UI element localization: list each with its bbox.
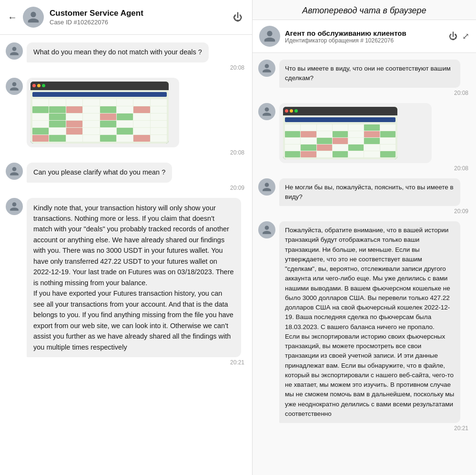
msg-content-long: Kindly note that, your transaction histo… — [27, 198, 246, 366]
right-message-row-1: Что вы имеете в виду, что они не соответ… — [258, 60, 470, 96]
left-header: ← Customer Service Agent Case ID #102622… — [0, 0, 252, 35]
right-msg-avatar-screenshot — [258, 103, 275, 120]
msg-time-long: 20:21 — [27, 359, 246, 366]
right-msg-avatar-4 — [258, 221, 275, 238]
right-msg-time-4: 20:21 — [279, 425, 470, 432]
avatar — [23, 7, 44, 28]
header-title: Customer Service Agent — [50, 9, 225, 18]
right-icons: ⏻ ⤢ — [449, 31, 469, 41]
left-panel: ← Customer Service Agent Case ID #102622… — [0, 0, 253, 475]
right-panel: Автоперевод чата в браузере Агент по обс… — [253, 0, 476, 475]
screenshot-image — [30, 82, 169, 144]
msg-avatar — [6, 163, 23, 180]
msg-time: 20:08 — [27, 64, 246, 71]
right-screenshot-content: 20:08 — [279, 103, 470, 172]
right-screenshot-bubble — [279, 103, 432, 163]
right-msg-time-1: 20:08 — [279, 90, 470, 96]
right-message-row-screenshot: 20:08 — [258, 103, 470, 172]
case-id: Case ID #102622076 — [50, 19, 225, 26]
msg-time-clarify: 20:09 — [27, 185, 246, 191]
right-top-bar: Автоперевод чата в браузере — [253, 0, 476, 20]
right-msg-bubble-4: Пожалуйста, обратите внимание, что в ваш… — [279, 221, 460, 423]
msg-bubble-long: Kindly note that, your transaction histo… — [27, 198, 241, 358]
message-row-screenshot: 20:08 — [6, 78, 246, 156]
right-power-button[interactable]: ⏻ — [449, 31, 457, 41]
right-msg-time-3: 20:09 — [279, 208, 470, 215]
msg-avatar — [6, 42, 23, 60]
right-expand-button[interactable]: ⤢ — [462, 31, 469, 41]
chat-body-left: What do you mean they do not match with … — [0, 35, 252, 475]
right-message-row-3: Не могли бы вы, пожалуйста, пояснить, чт… — [258, 178, 470, 215]
msg-bubble-clarify: Can you please clarify what do you mean … — [27, 163, 172, 183]
screenshot-bubble — [27, 78, 179, 147]
right-msg-bubble-3: Не могли бы вы, пожалуйста, пояснить, чт… — [279, 178, 460, 207]
right-screenshot-image — [283, 107, 397, 159]
msg-content: What do you mean they do not match with … — [27, 42, 246, 71]
msg-avatar-long — [6, 198, 23, 215]
msg-bubble: What do you mean they do not match with … — [27, 42, 209, 62]
right-chat-body: Что вы имеете в виду, что они не соответ… — [253, 53, 476, 475]
screenshot-time: 20:08 — [27, 149, 246, 156]
msg-avatar — [6, 78, 23, 95]
msg-content-clarify: Can you please clarify what do you mean … — [27, 163, 246, 191]
right-screenshot-time: 20:08 — [279, 165, 470, 172]
right-header-info: Агент по обслуживанию клиентов Идентифик… — [285, 29, 444, 44]
back-button[interactable]: ← — [8, 12, 17, 23]
right-msg-content-3: Не могли бы вы, пожалуйста, пояснить, чт… — [279, 178, 470, 215]
right-avatar — [259, 26, 280, 47]
right-msg-content-1: Что вы имеете в виду, что они не соответ… — [279, 60, 470, 96]
auto-translate-title: Автоперевод чата в браузере — [260, 6, 468, 16]
right-msg-avatar-1 — [258, 60, 275, 77]
message-row-long: Kindly note that, your transaction histo… — [6, 198, 246, 366]
right-msg-content-4: Пожалуйста, обратите внимание, что в ваш… — [279, 221, 470, 432]
right-header-title: Агент по обслуживанию клиентов — [285, 29, 444, 37]
right-message-row-4: Пожалуйста, обратите внимание, что в ваш… — [258, 221, 470, 432]
screenshot-content: 20:08 — [27, 78, 246, 156]
power-button[interactable]: ⏻ — [231, 10, 244, 25]
right-header: Агент по обслуживанию клиентов Идентифик… — [253, 20, 476, 53]
message-row: What do you mean they do not match with … — [6, 42, 246, 71]
right-msg-avatar-3 — [258, 178, 275, 196]
right-msg-bubble-1: Что вы имеете в виду, что они не соответ… — [279, 60, 460, 88]
message-row-clarify: Can you please clarify what do you mean … — [6, 163, 246, 191]
header-info: Customer Service Agent Case ID #10262207… — [50, 9, 225, 26]
right-case-id: Идентификатор обращения # 102622076 — [285, 37, 444, 44]
